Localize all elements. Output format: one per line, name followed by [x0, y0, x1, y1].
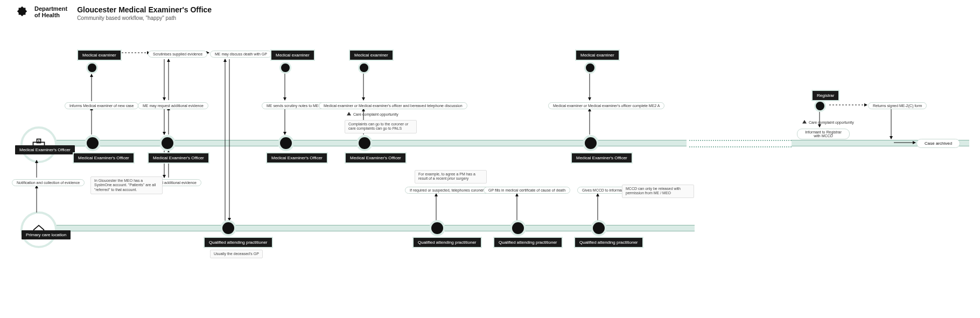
page-title: Gloucester Medical Examiner's Office	[77, 5, 212, 14]
msg-returns-form: Returns signed ME-2(C) form	[868, 102, 927, 109]
role-qap-2: Qualified attending practitioner	[412, 237, 482, 248]
role-meo-5: Medical Examiner's Officer	[571, 152, 633, 164]
msg-gp-fills: GP fills in medical certificate of cause…	[484, 187, 570, 194]
care-opportunity-1: Care complaint opportunity	[347, 112, 398, 116]
msg-me2a: Medical examiner or Medical examiner's o…	[548, 102, 664, 109]
node-meo-1	[85, 135, 101, 151]
arrows-layer	[0, 0, 980, 318]
msg-bereaved: Medical examiner or Medical examiner's o…	[319, 102, 467, 109]
role-meo-2: Medical Examiner's Officer	[148, 152, 209, 164]
dept-name-2: of Health	[34, 12, 67, 18]
crest-icon	[16, 5, 28, 19]
node-qap-1	[220, 220, 236, 236]
node-me-3	[358, 62, 370, 74]
msg-informant-registrar: Informant to Registrar with MCCD	[797, 129, 850, 139]
end-archived: Case archived	[916, 139, 960, 148]
role-qap-3: Qualified attending practitioner	[493, 237, 563, 248]
dept-name-1: Department	[34, 5, 67, 12]
role-registrar: Registrar	[811, 90, 839, 101]
node-qap-4	[591, 220, 607, 236]
lane-meo-label: Medical Examiner's Officer	[15, 145, 75, 154]
hospital-icon	[20, 126, 57, 163]
node-me-2	[279, 62, 291, 74]
msg-scrutinises: Scrutinises supplied evidence	[148, 51, 207, 58]
node-registrar	[814, 100, 826, 112]
role-qap-1: Qualified attending practitioner	[204, 237, 273, 248]
msg-informs-me: Informs Medical examiner of new case	[65, 102, 138, 109]
msg-scrutiny-notes: ME sends scrutiny notes to MEO	[262, 102, 326, 109]
node-meo-4	[356, 135, 373, 151]
node-me-4	[584, 62, 596, 74]
page-subtitle: Community based workflow, "happy" path	[77, 15, 212, 21]
msg-notification: Notification and collection of evidence	[12, 179, 85, 186]
node-qap-2	[429, 220, 445, 236]
node-meo-5	[583, 135, 599, 151]
note-mccd-release: MCCD can only be released with permissio…	[622, 185, 694, 198]
node-meo-2	[159, 135, 176, 151]
role-meo-4: Medical Examiner's Officer	[345, 152, 407, 164]
note-pm-surgery: For example, to agree a PM has a result …	[415, 170, 487, 183]
lane-meo-band-dashed	[689, 140, 792, 147]
note-coroner-pals: Complaints can go to the coroner or care…	[345, 120, 417, 133]
workflow-diagram: Department of Health Gloucester Medical …	[0, 0, 980, 318]
header: Department of Health Gloucester Medical …	[16, 5, 212, 21]
note-usually-gp: Usually the deceased's GP	[210, 250, 263, 258]
msg-may-request: ME may request additional evidence	[138, 102, 208, 109]
role-me-1: Medical examiner	[77, 50, 122, 61]
msg-may-discuss: ME may discuss death with GP	[210, 51, 272, 58]
note-systmone: In Gloucester the MEO has a SystmOne acc…	[90, 176, 163, 194]
role-me-2: Medical examiner	[270, 50, 315, 61]
home-icon	[20, 211, 57, 248]
role-me-4: Medical examiner	[575, 50, 620, 61]
node-qap-3	[510, 220, 526, 236]
role-qap-4: Qualified attending practitioner	[574, 237, 643, 248]
care-opportunity-2: Care complaint opportunity	[802, 120, 854, 124]
node-me-1	[86, 62, 98, 74]
role-me-3: Medical examiner	[349, 50, 394, 61]
lane-primary-label: Primary care location	[22, 230, 71, 239]
role-meo-3: Medical Examiner's Officer	[266, 152, 328, 164]
node-meo-3	[278, 135, 294, 151]
role-meo-1: Medical Examiner's Officer	[73, 152, 135, 164]
